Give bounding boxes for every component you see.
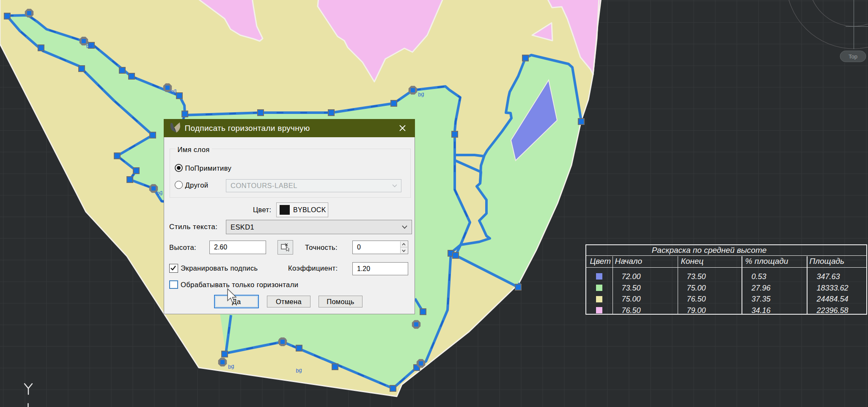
svg-text:Top: Top: [849, 53, 857, 60]
